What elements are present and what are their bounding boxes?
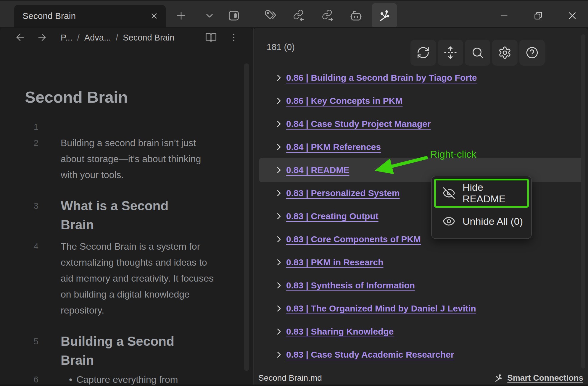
connection-link[interactable]: 0.84 | PKM References [286,142,381,152]
back-arrow-icon[interactable] [12,30,28,45]
titlebar: Second Brain [0,0,588,27]
chevron-right-icon[interactable] [274,281,284,290]
incoming-links-icon[interactable] [289,6,308,25]
breadcrumb-item[interactable]: Adva... [84,33,111,43]
new-tab-button[interactable] [172,6,191,25]
connection-link[interactable]: 0.86 | Building a Second Brain by Tiago … [286,73,477,83]
current-file-name: Second Brain.md [258,373,494,383]
reading-mode-book-icon[interactable] [203,30,219,45]
bot-icon[interactable] [347,6,365,25]
minimize-button[interactable] [495,6,514,25]
chevron-right-icon[interactable] [274,327,284,336]
editor-line[interactable]: 4 The Second Brain is a system for exter… [21,238,228,318]
close-button[interactable] [563,6,582,25]
help-button[interactable] [519,40,545,66]
context-menu: Hide README Unhide All (0) [431,176,532,239]
chevron-right-icon[interactable] [274,212,284,221]
editor-line[interactable]: 3 What is a Second Brain [21,196,228,234]
connection-link[interactable]: 0.83 | Personalized System [286,188,400,198]
connection-item[interactable]: 0.86 | Building a Second Brain by Tiago … [254,66,588,89]
connection-link[interactable]: 0.83 | Core Components of PKM [286,234,421,244]
line-number: 3 [21,196,38,215]
editor-line[interactable]: 6 •Capture everything from [21,372,228,386]
connection-item[interactable]: 0.83 | Synthesis of Information [254,274,588,297]
connection-item[interactable]: 0.83 | PKM in Research [254,251,588,274]
toggle-right-sidebar-icon[interactable] [224,6,243,25]
connection-item[interactable]: 0.83 | Creating Output [254,205,588,228]
note-title[interactable]: Second Brain [25,88,128,106]
tab-close-icon[interactable] [150,12,159,20]
window-bottom-edge [0,385,588,386]
connection-link[interactable]: 0.83 | Sharing Knowledge [286,327,394,337]
smart-connections-link[interactable]: Smart Connections [507,373,583,383]
breadcrumb-separator: / [77,33,80,43]
more-options-icon[interactable] [226,30,241,45]
chevron-right-icon[interactable] [274,96,284,105]
menu-item-unhide-all[interactable]: Unhide All (0) [434,208,529,235]
menu-item-hide-readme[interactable]: Hide README [434,179,529,208]
connection-link[interactable]: 0.84 | README [286,165,349,175]
tags-icon[interactable] [261,6,280,25]
connection-item[interactable]: 0.84 | Case Study Project Manager [254,112,588,135]
heading-text[interactable]: What is a Second Brain [61,196,191,234]
connection-link[interactable]: 0.84 | Case Study Project Manager [286,119,431,129]
chevron-right-icon[interactable] [274,189,284,198]
forward-arrow-icon[interactable] [34,30,50,45]
menu-item-label: Unhide All (0) [463,216,523,227]
connection-item[interactable]: 0.86 | Key Concepts in PKM [254,89,588,112]
chevron-right-icon[interactable] [274,304,284,313]
search-button[interactable] [465,40,490,66]
line-number: 6 [21,372,38,386]
paragraph-text[interactable]: Building a second brain isn’t just about… [61,135,215,183]
connection-link[interactable]: 0.83 | The Organized Mind by Daniel J Le… [286,303,476,314]
connection-link[interactable]: 0.86 | Key Concepts in PKM [286,96,403,106]
smart-connections-brand[interactable]: Smart Connections [494,373,583,383]
outgoing-links-icon[interactable] [318,6,337,25]
eye-icon [442,215,455,228]
bullet-item-text[interactable]: •Capture everything from [61,372,223,386]
chevron-right-icon[interactable] [274,119,284,128]
line-number: 4 [21,238,38,254]
editor-line[interactable]: 2 Building a second brain isn’t just abo… [21,135,228,183]
editor-scrollbar[interactable] [244,63,249,371]
line-number: 5 [21,332,38,351]
breadcrumb-item[interactable]: P... [61,33,73,43]
editor-header: P... / Adva... / Second Brain [0,28,253,47]
editor-pane: P... / Adva... / Second Brain Second Bra… [0,28,253,386]
connection-item[interactable]: 0.83 | Case Study Academic Researcher [254,343,588,366]
connection-link[interactable]: 0.83 | Case Study Academic Researcher [286,350,454,360]
connection-item[interactable]: 0.83 | The Organized Mind by Daniel J Le… [254,297,588,320]
connection-item[interactable]: 0.83 | Core Components of PKM [254,228,588,251]
chevron-right-icon[interactable] [274,258,284,267]
chevron-right-icon[interactable] [274,350,284,359]
smart-connections-pane: 181 (0) 0.86 | Building a Second Brain b… [254,28,588,386]
tab-list-chevron-icon[interactable] [200,6,219,25]
chevron-right-icon[interactable] [274,73,284,82]
chevron-right-icon[interactable] [274,235,284,244]
editor-line[interactable]: 1 [21,119,228,135]
settings-gear-button[interactable] [492,40,518,66]
chevron-right-icon[interactable] [274,143,284,151]
restore-button[interactable] [529,6,548,25]
right-click-annotation: Right-click [430,148,476,160]
connection-item-readme-highlighted[interactable]: 0.84 | README [254,159,588,182]
refresh-button[interactable] [410,40,436,66]
expand-fold-button[interactable] [438,40,463,66]
app-window: Second Brain [0,0,588,386]
heading-text[interactable]: Building a Second Brain [61,332,191,370]
connections-scrollbar[interactable] [581,34,585,369]
smart-connections-view-icon[interactable] [372,3,397,28]
tab-second-brain[interactable]: Second Brain [14,5,166,27]
editor-line[interactable]: 5 Building a Second Brain [21,332,228,370]
connection-item[interactable]: 0.83 | Personalized System [254,182,588,205]
note-body[interactable]: 1 2 Building a second brain isn’t just a… [21,119,228,386]
paragraph-text[interactable]: The Second Brain is a system for externa… [61,238,215,318]
connection-item[interactable]: 0.84 | PKM References [254,135,588,159]
chevron-right-icon[interactable] [274,166,284,175]
connection-item[interactable]: 0.83 | Sharing Knowledge [254,320,588,343]
connection-link[interactable]: 0.83 | Synthesis of Information [286,280,415,290]
connection-link[interactable]: 0.83 | PKM in Research [286,257,384,267]
connection-link[interactable]: 0.83 | Creating Output [286,211,378,221]
breadcrumb-item-current[interactable]: Second Brain [123,33,174,43]
breadcrumb: P... / Adva... / Second Brain [61,28,174,47]
